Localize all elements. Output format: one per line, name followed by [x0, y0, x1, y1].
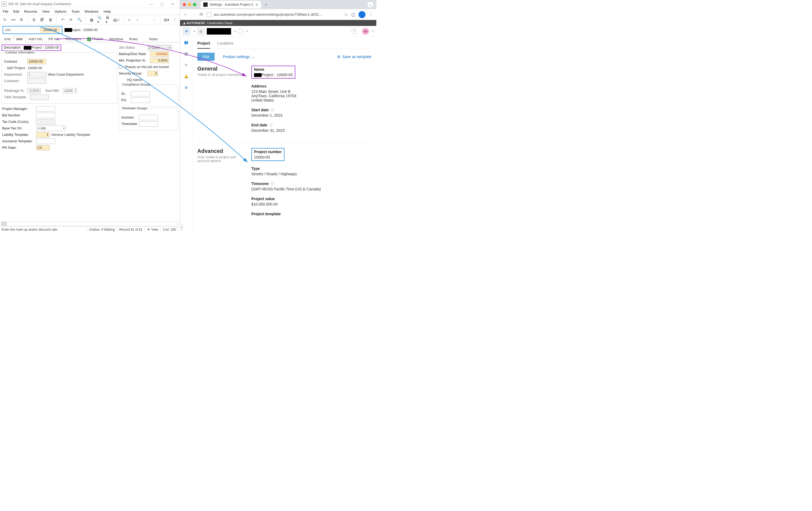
markup-input[interactable]: .000000	[150, 51, 169, 57]
settings-icon[interactable]: ⚙	[183, 85, 189, 90]
sl-input[interactable]	[131, 91, 150, 96]
info-icon[interactable]: i	[270, 108, 274, 112]
gear-button[interactable]: ⚙	[183, 28, 190, 35]
tm-input[interactable]	[30, 94, 49, 100]
jobstatus-select[interactable]: 1-Open	[147, 45, 172, 50]
menu-help[interactable]: Help	[104, 9, 111, 13]
members-icon[interactable]: 👥	[183, 39, 189, 45]
save-template-link[interactable]: 🗎Save as template	[337, 55, 372, 59]
ptab-locations[interactable]: Locations	[217, 38, 233, 49]
tab-grid[interactable]: Grid	[1, 36, 13, 42]
panel-icon[interactable]: ◫	[351, 12, 355, 17]
edit-button[interactable]: Edit	[197, 53, 214, 61]
customer-input[interactable]	[27, 78, 46, 84]
retainage-input[interactable]: 0.00%	[27, 88, 41, 93]
menu-windows[interactable]: Windows	[85, 9, 99, 13]
prstate-input[interactable]: CA	[36, 145, 50, 150]
user-avatar[interactable]: AS	[362, 28, 369, 35]
bid-input[interactable]	[36, 113, 55, 118]
zoom-dot[interactable]	[193, 3, 196, 6]
maximize-button[interactable]: ▢	[156, 2, 167, 6]
secgrp-input[interactable]: 4	[147, 71, 158, 76]
delete-icon[interactable]: 🗑	[48, 17, 54, 23]
menu-records[interactable]: Records	[24, 9, 37, 13]
url-field[interactable]: acc.autodesk.com/project-admin/settings/…	[207, 12, 340, 17]
phases-locked-checkbox[interactable]	[119, 65, 122, 68]
ts-input[interactable]	[139, 121, 158, 127]
expand-panel-icon[interactable]: →|	[177, 224, 183, 230]
menu-file[interactable]: File	[3, 9, 8, 13]
copy-icon[interactable]: 🗐	[39, 17, 45, 23]
tab-menu-button[interactable]: ⌄	[367, 1, 374, 8]
description-value[interactable]: Project - 10000-00	[24, 46, 59, 50]
tax-input[interactable]	[36, 119, 55, 124]
tab-workflow[interactable]: Workflow	[106, 36, 126, 42]
inv-input[interactable]	[139, 115, 158, 120]
basetax-select[interactable]: J-Job	[36, 125, 66, 131]
star-icon[interactable]: ☆	[344, 12, 348, 17]
kebab-icon[interactable]: ⋮	[369, 12, 373, 17]
startmth-input[interactable]: 12/23▲▼	[63, 88, 77, 93]
department-input[interactable]: 1	[27, 72, 46, 77]
print-icon[interactable]: 🖶▾	[106, 17, 111, 23]
forward-icon[interactable]: →	[192, 12, 196, 17]
search-icon[interactable]: 🔍	[77, 17, 82, 23]
grid-button[interactable]: ▦	[197, 28, 205, 35]
ptab-project[interactable]: Project	[197, 38, 210, 49]
hscrollbar[interactable]	[1, 222, 179, 226]
profile-icon[interactable]: 👤	[358, 11, 366, 18]
ins-input[interactable]	[36, 139, 55, 144]
tab-notes[interactable]: Notes	[146, 36, 161, 42]
undo-icon[interactable]: ↶	[60, 17, 66, 23]
job-value[interactable]: 10000-00	[40, 27, 60, 33]
sync-icon[interactable]: ⇆	[183, 62, 189, 67]
product-settings-link[interactable]: Product settings ⌄	[223, 55, 255, 59]
reload-icon[interactable]: ⟳	[200, 12, 203, 17]
new-icon[interactable]: ✎	[2, 17, 8, 23]
spellcheck-icon[interactable]: ab✓	[114, 17, 120, 23]
grid-icon[interactable]: ▦	[89, 17, 94, 23]
pm-input[interactable]	[36, 106, 55, 112]
gear-caret[interactable]: ▾	[194, 30, 195, 33]
first-icon[interactable]: «	[126, 17, 132, 23]
site-info-icon[interactable]	[207, 12, 212, 17]
menu-view[interactable]: View	[42, 9, 50, 13]
back-icon[interactable]: ←	[183, 12, 187, 17]
globe-icon[interactable]	[238, 29, 243, 34]
next-icon[interactable]: ›	[143, 17, 149, 23]
tab-roles[interactable]: Roles	[126, 36, 141, 42]
browser-tab[interactable]: Settings - Autodesk Project A ✕	[201, 1, 261, 8]
save-icon[interactable]: 🗎	[31, 17, 37, 23]
info-icon[interactable]: i	[269, 123, 273, 127]
minproj-input[interactable]: 0.00%	[150, 58, 169, 63]
close-dot[interactable]	[183, 3, 186, 6]
contract-input[interactable]: 10000-00	[27, 59, 46, 64]
traffic-lights[interactable]	[183, 3, 196, 6]
columns-icon[interactable]: ▤▾	[164, 17, 169, 23]
attach-icon[interactable]: 📎▾	[97, 17, 103, 23]
tab-addl-info[interactable]: Add'l Info	[26, 36, 46, 42]
tab-reviewers[interactable]: Reviewers	[63, 36, 84, 42]
last-icon[interactable]: »	[151, 17, 157, 23]
close-button[interactable]: ✕	[167, 2, 178, 6]
info-icon[interactable]: i	[270, 182, 274, 186]
tab-pr-info[interactable]: PR Info	[45, 36, 63, 42]
more-icon[interactable]: ⋮	[172, 17, 178, 23]
tab-info[interactable]: Info	[13, 36, 26, 42]
minimize-dot[interactable]	[188, 3, 191, 6]
minimize-button[interactable]: —	[146, 2, 156, 6]
new-tab-button[interactable]: ＋	[263, 1, 269, 8]
tab-phases[interactable]: Phases	[84, 36, 106, 42]
gear-icon[interactable]: ⚙	[19, 17, 24, 23]
menu-edit[interactable]: Edit	[13, 9, 19, 13]
find-icon[interactable]: 👓	[10, 17, 16, 23]
help-icon[interactable]: ?	[351, 28, 357, 34]
menu-tools[interactable]: Tools	[71, 9, 80, 13]
prev-icon[interactable]: ‹	[135, 17, 140, 23]
liab-input[interactable]: 1	[36, 132, 50, 138]
po-input[interactable]	[131, 97, 150, 103]
tab-close-icon[interactable]: ✕	[255, 3, 258, 7]
bell-icon[interactable]: 🔔	[183, 74, 189, 79]
refresh-icon[interactable]: ⟳	[68, 17, 74, 23]
companies-icon[interactable]: 🏢	[183, 51, 189, 56]
